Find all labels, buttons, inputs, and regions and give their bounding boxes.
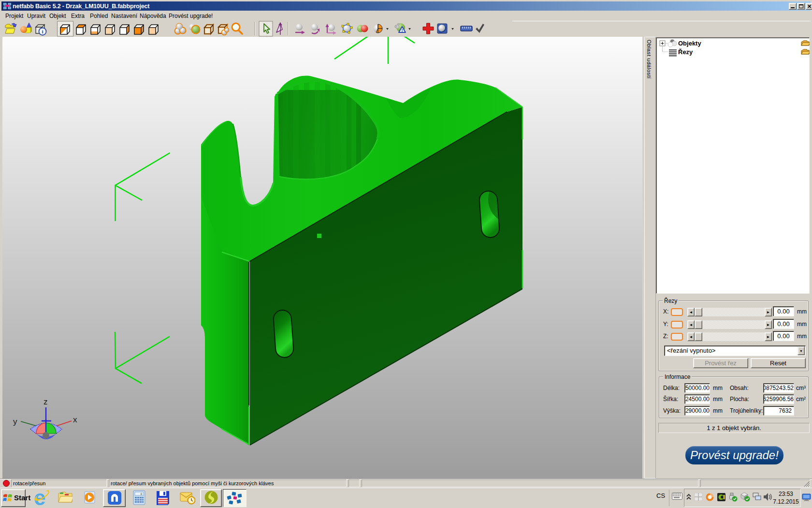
svg-text:!: !	[402, 28, 403, 33]
svg-text:y: y	[13, 417, 17, 426]
svg-text:Objekty: Objekty	[678, 40, 701, 47]
svg-text:Řezy: Řezy	[678, 48, 693, 56]
svg-text:i: i	[42, 29, 43, 34]
svg-text:x: x	[73, 415, 77, 424]
svg-text:z: z	[44, 397, 48, 406]
